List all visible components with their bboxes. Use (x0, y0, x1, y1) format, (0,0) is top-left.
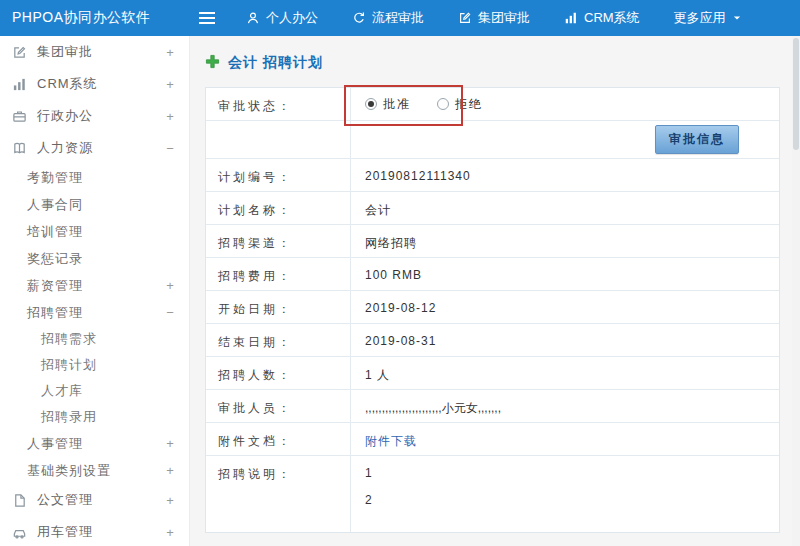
expand-toggle[interactable]: + (165, 493, 175, 508)
bar-chart-icon (12, 77, 29, 92)
sidebar-item-label: 集团审批 (37, 43, 165, 61)
sidebar-item-personnel-mgmt[interactable]: 人事管理 + (0, 430, 189, 457)
sidebar-item-salary[interactable]: 薪资管理 + (0, 272, 189, 299)
expand-toggle[interactable]: + (165, 109, 175, 124)
collapse-toggle[interactable]: − (165, 141, 175, 156)
nav-workflow-approval[interactable]: 流程审批 (352, 9, 424, 27)
field-label: 开始日期： (206, 291, 351, 323)
chart-icon (564, 11, 578, 25)
sidebar-item-label: 培训管理 (27, 223, 165, 241)
edit-icon (458, 11, 472, 25)
hamburger-menu-icon[interactable] (190, 7, 224, 29)
sidebar-item-group-approval[interactable]: 集团审批 + (0, 36, 189, 68)
field-label: 附件文档： (206, 423, 351, 455)
expand-toggle[interactable]: + (165, 436, 175, 451)
field-label: 审批人员： (206, 390, 351, 422)
nav-personal-office[interactable]: 个人办公 (246, 9, 318, 27)
nav-more-apps[interactable]: 更多应用 (674, 9, 742, 27)
expand-toggle[interactable]: + (165, 463, 175, 478)
sidebar-item-label: 奖惩记录 (27, 250, 165, 268)
field-label: 招聘说明： (206, 456, 351, 532)
app-logo[interactable]: PHPOA协同办公软件 (0, 9, 190, 27)
caret-down-icon (732, 13, 742, 23)
sidebar-item-recruit-demand[interactable]: 招聘需求 (0, 326, 189, 352)
nav-label: 集团审批 (478, 9, 530, 27)
sidebar-item-base-category-settings[interactable]: 基础类别设置 + (0, 457, 189, 484)
sidebar-item-admin-office[interactable]: 行政办公 + (0, 100, 189, 132)
row-attachment: 附件文档： 附件下载 (206, 423, 779, 456)
radio-label: 批准 (383, 96, 411, 113)
sidebar-item-label: 招聘计划 (41, 356, 175, 374)
field-value: 2019-08-12 (351, 291, 779, 323)
sidebar-item-recruit-mgmt[interactable]: 招聘管理 − (0, 299, 189, 326)
radio-circle-icon (365, 98, 377, 110)
sidebar-item-label: 考勤管理 (27, 169, 165, 187)
row-recruit-channel: 招聘渠道： 网络招聘 (206, 225, 779, 258)
sidebar: 集团审批 + CRM系统 + 行政办公 + 人力资源 − 考勤管理 人事合同 培… (0, 36, 190, 546)
row-plan-number: 计划编号： 20190812111340 (206, 159, 779, 192)
radio-reject[interactable]: 拒绝 (437, 96, 483, 113)
sidebar-item-vehicle-mgmt[interactable]: 用车管理 + (0, 516, 189, 546)
sidebar-item-hr-contract[interactable]: 人事合同 (0, 191, 189, 218)
sidebar-item-label: 公文管理 (37, 491, 165, 509)
row-start-date: 开始日期： 2019-08-12 (206, 291, 779, 324)
expand-toggle[interactable]: + (165, 278, 175, 293)
main-content: 会计 招聘计划 审批状态： 批准 拒绝 审批信息 (190, 36, 792, 546)
field-value: 2019-08-31 (351, 324, 779, 356)
nav-group-approval[interactable]: 集团审批 (458, 9, 530, 27)
field-label: 招聘人数： (206, 357, 351, 389)
nav-label: 个人办公 (266, 9, 318, 27)
radio-circle-icon (437, 98, 449, 110)
flow-icon (352, 11, 366, 25)
expand-toggle[interactable]: + (165, 77, 175, 92)
field-value: 网络招聘 (351, 225, 779, 257)
field-value: 会计 (351, 192, 779, 224)
row-description: 招聘说明： 1 2 (206, 456, 779, 532)
row-plan-name: 计划名称： 会计 (206, 192, 779, 225)
row-recruit-cost: 招聘费用： 100 RMB (206, 258, 779, 291)
sidebar-item-hr[interactable]: 人力资源 − (0, 132, 189, 164)
nav-crm-system[interactable]: CRM系统 (564, 9, 640, 27)
sidebar-item-rewards[interactable]: 奖惩记录 (0, 245, 189, 272)
nav-label: 流程审批 (372, 9, 424, 27)
field-value: ,,,,,,,,,,,,,,,,,,,,,,,小元女,,,,,,, (351, 390, 779, 422)
sidebar-item-label: 招聘录用 (41, 408, 175, 426)
field-value: 20190812111340 (351, 159, 779, 191)
sidebar-item-label: 人才库 (41, 382, 175, 400)
nav-label: CRM系统 (584, 9, 640, 27)
row-approval-button: 审批信息 (206, 121, 779, 159)
sidebar-item-training[interactable]: 培训管理 (0, 218, 189, 245)
field-label: 审批状态： (206, 88, 351, 120)
field-label: 招聘费用： (206, 258, 351, 290)
sidebar-item-label: 基础类别设置 (27, 462, 165, 480)
scrollbar[interactable] (792, 36, 800, 546)
collapse-toggle[interactable]: − (165, 305, 175, 320)
row-headcount: 招聘人数： 1 人 (206, 357, 779, 390)
sidebar-item-label: 薪资管理 (27, 277, 165, 295)
radio-approve[interactable]: 批准 (365, 96, 411, 113)
page-title: 会计 招聘计划 (228, 54, 323, 72)
approval-info-button[interactable]: 审批信息 (655, 125, 739, 154)
sidebar-item-recruit-hire[interactable]: 招聘录用 (0, 404, 189, 430)
attachment-download-link[interactable]: 附件下载 (365, 434, 417, 448)
sidebar-item-crm[interactable]: CRM系统 + (0, 68, 189, 100)
page-title-row: 会计 招聘计划 (205, 54, 780, 72)
sidebar-item-label: 用车管理 (37, 523, 165, 541)
expand-toggle[interactable]: + (165, 45, 175, 60)
sidebar-item-attendance[interactable]: 考勤管理 (0, 164, 189, 191)
field-label: 招聘渠道： (206, 225, 351, 257)
expand-toggle[interactable]: + (165, 525, 175, 540)
top-header: PHPOA协同办公软件 个人办公 流程审批 集团审批 CRM系统 (0, 0, 800, 36)
row-approvers: 审批人员： ,,,,,,,,,,,,,,,,,,,,,,,小元女,,,,,,, (206, 390, 779, 423)
add-plus-icon (205, 54, 220, 72)
document-icon (12, 493, 29, 508)
field-label: 结束日期： (206, 324, 351, 356)
sidebar-item-label: 招聘需求 (41, 330, 175, 348)
scrollbar-thumb[interactable] (793, 38, 799, 150)
sidebar-item-talent-pool[interactable]: 人才库 (0, 378, 189, 404)
sidebar-item-recruit-plan[interactable]: 招聘计划 (0, 352, 189, 378)
sidebar-item-document-mgmt[interactable]: 公文管理 + (0, 484, 189, 516)
sidebar-item-label: CRM系统 (37, 75, 165, 93)
sidebar-item-label: 行政办公 (37, 107, 165, 125)
field-label: 计划名称： (206, 192, 351, 224)
